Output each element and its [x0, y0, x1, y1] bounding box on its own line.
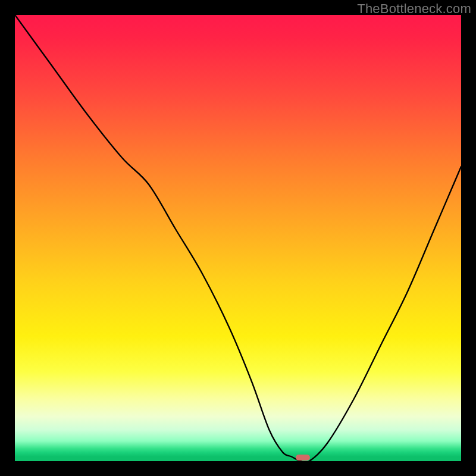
bottleneck-curve — [15, 15, 461, 461]
chart-frame: TheBottleneck.com — [0, 0, 476, 476]
optimal-marker — [296, 455, 310, 461]
plot-area — [15, 15, 461, 461]
